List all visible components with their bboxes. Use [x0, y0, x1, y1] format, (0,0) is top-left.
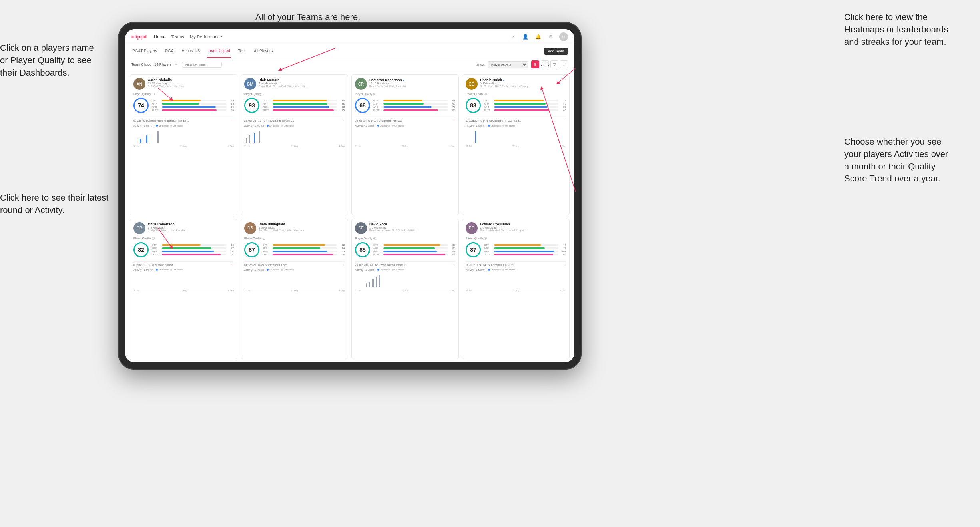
- player-card[interactable]: AN Aaron Nicholls 11-15 Handicap Drift G…: [130, 74, 237, 215]
- chart-labels: 31 Jul21 Aug4 Sep: [244, 145, 345, 147]
- off-course-label: Off course: [394, 268, 404, 271]
- legend-off-course: Off course: [281, 125, 294, 127]
- quality-circle[interactable]: 82: [133, 242, 149, 257]
- latest-round[interactable]: 07 Aug 23 | 77 (+7), St George's Hill GC…: [466, 117, 566, 123]
- activity-section: Activity · 1 Month On course Off course …: [466, 124, 566, 147]
- player-handicap: 11-15 Handicap: [148, 82, 234, 85]
- stat-bar: [273, 106, 329, 108]
- round-arrow[interactable]: →: [563, 263, 566, 267]
- stat-bar-bg: [383, 106, 448, 108]
- player-card[interactable]: CR Cameron Robertson ● 11-15 Handicap Ro…: [351, 74, 459, 215]
- stats-grid: OTT 77 APP 80 ARG 83 PUTT 8: [484, 99, 566, 111]
- on-course-label: On course: [269, 268, 279, 271]
- stat-bar: [383, 247, 435, 249]
- latest-round[interactable]: 18 Jul 23 | 74 (+4), Sunningdale GC - Ol…: [466, 261, 566, 267]
- round-arrow[interactable]: →: [452, 263, 455, 267]
- list-view-button[interactable]: ⋮⋮⋮: [541, 60, 549, 68]
- stat-bar: [162, 106, 216, 108]
- tab-pga[interactable]: PGA: [164, 44, 174, 58]
- legend-on-course: On course: [377, 268, 390, 271]
- round-arrow[interactable]: →: [231, 263, 234, 267]
- chart-label: 21 Aug: [180, 289, 187, 292]
- chart-label: 31 Jul: [244, 145, 250, 147]
- legend-off-course: Off course: [170, 125, 183, 127]
- player-name[interactable]: Charlie Quick ●: [480, 78, 566, 82]
- chart-labels: 31 Jul21 Aug4 Sep: [355, 289, 455, 292]
- player-name[interactable]: Edward Crossman: [480, 222, 566, 226]
- tab-team-clippd[interactable]: Team Clippd: [207, 44, 231, 58]
- player-header: CR Cameron Robertson ● 11-15 Handicap Ro…: [355, 78, 455, 90]
- player-card[interactable]: BM Blair McHarg Plus Handicap Royal Nort…: [241, 74, 348, 215]
- player-name[interactable]: Cameron Robertson ●: [369, 78, 455, 82]
- nav-item-home[interactable]: Home: [154, 34, 165, 39]
- person-icon[interactable]: 👤: [521, 32, 530, 41]
- search-input[interactable]: [182, 62, 222, 68]
- add-team-button[interactable]: Add Team: [544, 48, 568, 55]
- round-arrow[interactable]: →: [452, 119, 455, 123]
- round-arrow[interactable]: →: [231, 119, 234, 123]
- player-name[interactable]: Aaron Nicholls: [148, 78, 234, 82]
- stat-bar: [494, 254, 553, 255]
- tab-tour[interactable]: Tour: [237, 44, 247, 58]
- latest-round[interactable]: 02 Sep 23 | Sunrise round to get back in…: [133, 117, 234, 123]
- quality-circle[interactable]: 87: [244, 242, 259, 257]
- stat-bar-bg: [162, 109, 226, 111]
- quality-circle[interactable]: 68: [355, 98, 370, 113]
- filter-button[interactable]: ▽: [550, 60, 558, 68]
- settings-icon[interactable]: ⚙: [546, 32, 555, 41]
- round-arrow[interactable]: →: [341, 263, 345, 267]
- latest-round[interactable]: 03 Mar 23 | 19, Must make putting →: [133, 261, 234, 267]
- show-select[interactable]: Player Activity Quality Score Trend: [488, 61, 528, 68]
- player-card[interactable]: EC Edward Crossman 1-5 Handicap Sunningd…: [462, 219, 570, 360]
- stat-value: 58: [227, 103, 234, 105]
- quality-circle[interactable]: 85: [355, 242, 370, 257]
- activity-label: Activity · 1 Month: [355, 268, 375, 271]
- grid-view-button[interactable]: ⊞: [531, 60, 539, 68]
- nav-icons: ⌕ 👤 🔔 ⚙ U: [508, 32, 568, 41]
- nav-item-teams[interactable]: Teams: [171, 34, 184, 39]
- activity-header: Activity · 1 Month On course Off course: [133, 268, 234, 271]
- player-card[interactable]: CQ Charlie Quick ● 6-10 Handicap St. Geo…: [462, 74, 570, 215]
- round-arrow[interactable]: →: [341, 119, 345, 123]
- stat-label: OTT: [152, 244, 161, 246]
- player-name[interactable]: Blair McHarg: [259, 78, 345, 82]
- player-club: Craigmillar Park, United Kingdom: [148, 229, 234, 232]
- stat-label: OTT: [373, 244, 382, 246]
- chart-label: 21 Aug: [180, 145, 187, 147]
- stat-bar-bg: [494, 106, 558, 108]
- round-arrow[interactable]: →: [563, 119, 566, 123]
- player-name[interactable]: David Ford: [369, 222, 455, 226]
- chart-labels: 31 Jul21 Aug4 Sep: [355, 145, 455, 147]
- avatar[interactable]: U: [559, 32, 568, 41]
- bell-icon[interactable]: 🔔: [534, 32, 542, 41]
- latest-round[interactable]: 26 Aug 23 | 84 (+12), Royal North Devon …: [355, 261, 455, 267]
- stat-bar-bg: [162, 100, 226, 101]
- nav-item-performance[interactable]: My Performance: [190, 34, 222, 39]
- player-card[interactable]: CR Chris Robertson 1-5 Handicap Craigmil…: [130, 219, 237, 360]
- stat-bar-bg: [273, 251, 337, 252]
- player-name[interactable]: Chris Robertson: [148, 222, 234, 226]
- quality-circle[interactable]: 74: [133, 98, 149, 113]
- tab-pgat[interactable]: PGAT Players: [131, 44, 158, 58]
- search-icon[interactable]: ⌕: [508, 32, 517, 41]
- sort-button[interactable]: ↕: [560, 60, 568, 68]
- round-text: 07 Aug 23 | 77 (+7), St George's Hill GC…: [466, 119, 521, 122]
- edit-icon[interactable]: ✏: [175, 62, 178, 66]
- latest-round[interactable]: 26 Aug 23 | 73 (+1), Royal North Devon G…: [244, 117, 345, 123]
- quality-circle[interactable]: 93: [244, 98, 259, 113]
- player-handicap: 1-5 Handicap: [369, 226, 455, 229]
- off-course-dot: [281, 269, 283, 271]
- stat-value: 85: [338, 103, 345, 105]
- activity-label: Activity · 1 Month: [244, 124, 264, 127]
- quality-circle[interactable]: 87: [466, 242, 481, 257]
- tab-hcaps[interactable]: Hcaps 1-5: [181, 44, 201, 58]
- latest-round[interactable]: 04 Sep 23 | Mobility with coach, Gym →: [244, 261, 345, 267]
- avatar: BM: [244, 78, 256, 90]
- player-card[interactable]: DB Dave Billingham 1-5 Handicap Sog Magi…: [241, 219, 348, 360]
- legend-off-course: Off course: [281, 268, 294, 271]
- latest-round[interactable]: 02 Jul 23 | 59 (+17), Craigmillar Park G…: [355, 117, 455, 123]
- player-card[interactable]: DF David Ford 1-5 Handicap Royal North D…: [351, 219, 459, 360]
- player-name[interactable]: Dave Billingham: [259, 222, 345, 226]
- quality-circle[interactable]: 83: [466, 98, 481, 113]
- tab-all-players[interactable]: All Players: [253, 44, 273, 58]
